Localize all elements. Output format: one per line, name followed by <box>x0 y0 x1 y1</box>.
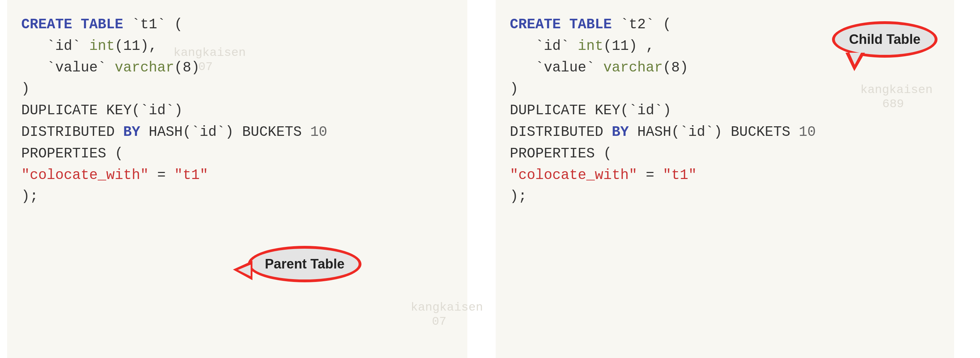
prop-val: "t1" <box>174 167 208 183</box>
type-varchar: varchar <box>115 60 174 76</box>
left-code-panel: kangkaisen 07 kangkaisen 07 CREATE TABLE… <box>7 0 467 358</box>
prop-key: "colocate_with" <box>510 167 637 183</box>
type-int: int <box>578 38 603 54</box>
close-paren: ) <box>21 81 30 97</box>
table-name: `t2` <box>620 17 654 33</box>
keyword-by: BY <box>612 124 629 140</box>
sql-code-right: CREATE TABLE `t2` ( `id` int(11) , `valu… <box>510 14 940 208</box>
right-code-panel: kangkaisen 689 CREATE TABLE `t2` ( `id` … <box>496 0 954 358</box>
callout-bubble: Parent Table <box>248 246 361 282</box>
distributed: DISTRIBUTED <box>510 124 612 140</box>
prop-key: "colocate_with" <box>21 167 149 183</box>
type-varchar: varchar <box>603 60 663 76</box>
col-value: `value` <box>535 60 595 76</box>
callout-label: Parent Table <box>265 257 345 271</box>
paren: ( <box>166 17 183 33</box>
col-id: `id` <box>47 38 81 54</box>
prop-val: "t1" <box>663 167 697 183</box>
close-paren: ) <box>510 81 518 97</box>
buckets-count: 10 <box>799 124 816 140</box>
args: (11), <box>115 38 157 54</box>
args: (8) <box>663 60 688 76</box>
watermark: kangkaisen <box>411 301 483 314</box>
keyword-table: TABLE <box>81 17 123 33</box>
watermark: 07 <box>432 315 447 328</box>
col-value: `value` <box>47 60 106 76</box>
id-ref: `id` <box>140 103 174 119</box>
id-ref: `id` <box>629 103 663 119</box>
end: ); <box>21 189 38 204</box>
indent <box>21 60 47 76</box>
keyword-by: BY <box>123 124 140 140</box>
args: (8) <box>174 60 200 76</box>
sql-code-left: CREATE TABLE `t1` ( `id` int(11), `value… <box>21 14 453 208</box>
indent <box>510 60 535 76</box>
table-name: `t1` <box>132 17 166 33</box>
properties: PROPERTIES ( <box>21 146 123 162</box>
paren: ( <box>654 17 671 33</box>
keyword-create: CREATE <box>510 17 561 33</box>
keyword-table: TABLE <box>569 17 612 33</box>
callout-parent-table: Parent Table <box>248 246 361 282</box>
properties: PROPERTIES ( <box>510 146 612 162</box>
type-int: int <box>89 38 115 54</box>
col-id: `id` <box>535 38 569 54</box>
args: (11) , <box>603 38 654 54</box>
distributed: DISTRIBUTED <box>21 124 123 140</box>
callout-arrow-icon <box>233 261 253 280</box>
indent <box>21 38 47 54</box>
keyword-create: CREATE <box>21 17 72 33</box>
duplicate-key: DUPLICATE KEY( <box>510 103 629 119</box>
duplicate-key: DUPLICATE KEY( <box>21 103 140 119</box>
buckets-count: 10 <box>310 124 327 140</box>
indent <box>510 38 535 54</box>
end: ); <box>510 189 527 204</box>
